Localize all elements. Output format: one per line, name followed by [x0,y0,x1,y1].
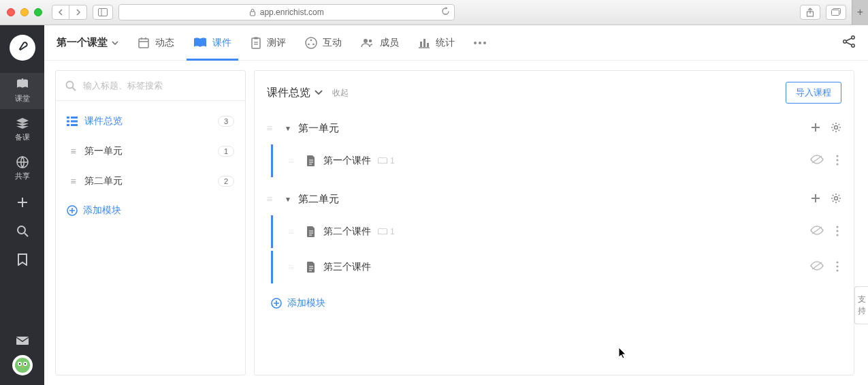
unit-title: 第二单元 [298,193,339,206]
class-name: 第一个课堂 [57,36,108,49]
drag-handle-icon[interactable]: ≡ [288,155,299,166]
doc-title: 第三个课件 [323,261,371,273]
svg-point-15 [24,363,26,365]
sidebar-toggle-button[interactable] [93,5,113,20]
drag-handle-icon[interactable]: ≡ [267,194,278,204]
app-logo[interactable] [10,35,35,61]
tab-more[interactable] [474,25,486,61]
svg-line-43 [73,87,76,91]
svg-point-24 [306,37,317,48]
sidebar-search-button[interactable] [0,218,44,244]
svg-point-39 [852,44,854,46]
unit-header[interactable]: ≡ ▼ 第一单元 [267,112,841,144]
tab-label: 测评 [267,37,286,49]
tree-unit-1[interactable]: ≡ 第一单元 1 [59,136,242,166]
svg-rect-5 [832,10,839,16]
unit-settings-button[interactable] [831,193,841,206]
doc-row[interactable]: ≡ 第三个课件 [271,251,841,283]
tab-members[interactable]: 成员 [361,25,399,61]
tab-courseware[interactable]: 课件 [193,25,231,61]
class-selector[interactable]: 第一个课堂 [57,36,118,49]
sidebar-bookmark-button[interactable] [0,247,44,273]
tab-label: 成员 [380,37,399,49]
tab-interact[interactable]: 互动 [305,25,342,61]
tree-item-count: 3 [218,116,234,127]
unit-settings-button[interactable] [831,122,841,135]
mail-icon [16,336,29,345]
svg-point-34 [474,42,477,44]
forward-button[interactable] [69,5,87,20]
sidebar-item-prepare[interactable]: 备课 [0,112,44,148]
tabs-button[interactable] [826,5,846,20]
doc-more-button[interactable] [836,261,839,274]
collapse-link[interactable]: 收起 [332,87,349,99]
search-box [56,71,245,101]
share-button[interactable] [842,35,856,51]
tab-stats[interactable]: 统计 [418,25,455,61]
chevron-down-icon [112,41,118,45]
maximize-window[interactable] [34,8,42,16]
share-icon [842,35,856,48]
user-avatar[interactable] [12,355,33,375]
svg-rect-45 [71,117,78,119]
search-input[interactable] [83,80,236,91]
plus-icon [16,196,29,209]
tab-assessment[interactable]: 测评 [251,25,286,61]
address-bar[interactable]: app.enrichist.com [118,4,455,20]
new-tab-button[interactable]: + [852,0,868,25]
share-button-chrome[interactable] [800,5,820,20]
reload-button[interactable] [441,7,450,18]
doc-row[interactable]: ≡ 第二个课件 1 [271,215,841,248]
unit-title: 第一单元 [298,122,339,135]
overview-title[interactable]: 课件总览 [267,86,323,100]
doc-visibility-button[interactable] [810,155,824,168]
sidebar-mail-button[interactable] [0,329,44,352]
doc-row[interactable]: ≡ 第一个课件 1 [271,144,841,177]
address-text: app.enrichist.com [260,7,324,17]
caret-down-icon[interactable]: ▼ [285,125,291,132]
tree-item-count: 2 [218,176,234,187]
people-icon [361,38,374,48]
back-button[interactable] [52,5,69,20]
sidebar-item-share[interactable]: 共享 [0,151,44,187]
caret-down-icon[interactable]: ▼ [285,196,291,203]
add-module-left[interactable]: 添加模块 [59,196,242,225]
unit-header[interactable]: ≡ ▼ 第二单元 [267,183,841,215]
add-module-main[interactable]: 添加模块 [255,286,854,320]
close-window[interactable] [7,8,15,16]
import-course-button[interactable]: 导入课程 [786,82,841,104]
doc-more-button[interactable] [836,155,839,168]
support-tab[interactable]: 支持 [854,286,868,324]
svg-line-52 [812,156,822,163]
tab-activity[interactable]: 动态 [138,25,174,61]
tree-unit-2[interactable]: ≡ 第二单元 2 [59,166,242,196]
drag-handle-icon[interactable]: ≡ [288,262,299,273]
svg-point-11 [15,358,30,373]
globe-icon [16,156,29,168]
drag-handle-icon[interactable]: ≡ [288,226,299,237]
drag-handle-icon[interactable]: ≡ [267,123,278,134]
svg-rect-10 [16,337,29,345]
doc-visibility-button[interactable] [810,261,824,274]
drag-handle-icon[interactable]: ≡ [67,176,78,187]
drag-handle-icon[interactable]: ≡ [67,146,78,157]
nav-back-forward [52,5,87,20]
svg-point-6 [21,78,23,80]
svg-rect-16 [139,39,148,48]
tree-overview[interactable]: 课件总览 3 [59,106,242,136]
svg-rect-0 [99,9,108,16]
sidebar-item-classroom[interactable]: 课堂 [0,73,44,109]
browser-chrome: app.enrichist.com + [0,0,868,25]
sidebar-add-button[interactable] [0,189,44,215]
svg-line-9 [25,233,28,236]
document-icon [306,226,317,238]
doc-visibility-button[interactable] [810,226,824,238]
doc-more-button[interactable] [836,226,839,238]
unit-add-button[interactable] [810,193,821,206]
bookmark-icon [18,253,27,266]
right-panel: 课件总览 收起 导入课程 ≡ ▼ 第一单元 [254,70,854,375]
unit-add-button[interactable] [810,122,821,135]
tab-label: 统计 [436,37,455,49]
svg-rect-47 [71,121,78,123]
minimize-window[interactable] [20,8,29,16]
